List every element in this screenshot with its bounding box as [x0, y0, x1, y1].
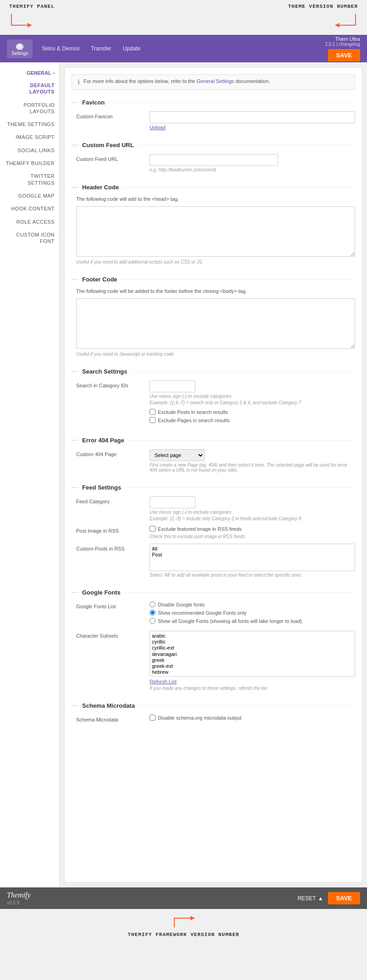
custom-posts-help: Select 'All' to add all available posts … — [150, 573, 355, 578]
footer-code-textarea[interactable] — [76, 298, 355, 349]
exclude-posts-checkbox[interactable] — [150, 409, 156, 415]
error-404-section: Error 404 Page Custom 404 Page Select pa… — [72, 437, 355, 473]
radio-all[interactable] — [150, 618, 156, 624]
footer-logo: Themify — [7, 891, 31, 899]
sidebar-item-hook-content[interactable]: HOOK CONTENT — [0, 202, 59, 215]
schema-checkbox[interactable] — [150, 715, 156, 721]
char-option-cyrillic-ext[interactable]: cyrillic-ext — [152, 645, 353, 651]
feed-url-input[interactable] — [150, 154, 278, 166]
footer-code-row: Useful if you need to Javascript or trac… — [72, 298, 355, 357]
footer-version: v3.5.9 — [7, 900, 31, 905]
search-category-input[interactable] — [150, 380, 195, 392]
error-404-help: First create a new Page (eg. 404) and th… — [150, 462, 355, 473]
main-container: GENERAL › DEFAULT LAYOUTS PORTFOLIO LAYO… — [0, 62, 367, 887]
sidebar-item-twitter-settings[interactable]: TWITTER SETTINGS — [0, 170, 59, 189]
header-save-button[interactable]: SAVE — [328, 49, 360, 61]
error-404-field: Select page First create a new Page (eg.… — [150, 449, 355, 473]
footer-code-help: Useful if you need to Javascript or trac… — [76, 352, 355, 357]
post-image-checkbox[interactable] — [150, 526, 156, 532]
sidebar-item-google-map[interactable]: GOOGLE MAP — [0, 189, 59, 202]
char-subsets-listbox[interactable]: arabic cyrillic cyrillic-ext devanagari … — [150, 631, 355, 677]
feed-help2: Example: (2,-9) = include only Category … — [150, 516, 355, 521]
listbox-option-post[interactable]: Post — [152, 552, 353, 558]
divider — [72, 187, 78, 187]
version-info: Them Ultra 2.0.1 | changelog — [325, 36, 360, 47]
content-area: ℹ For more info about the options below,… — [64, 67, 362, 883]
search-category-row: Search in Category IDs Use minus sign (-… — [72, 380, 355, 425]
feed-url-row: Custom Feed URL e.g. http://feedburner.c… — [72, 154, 355, 172]
header-code-textarea[interactable] — [76, 206, 355, 257]
svg-marker-0 — [28, 23, 32, 28]
header-code-row: Useful if you need to add additional scr… — [72, 206, 355, 264]
char-option-hebrew[interactable]: hebrew — [152, 669, 353, 675]
sidebar-item-theme-settings[interactable]: THEME SETTINGS — [0, 118, 59, 131]
char-option-arabic[interactable]: arabic — [152, 633, 353, 639]
skins-demos-link[interactable]: Skins & Demos — [42, 45, 79, 52]
char-option-cyrillic[interactable]: cyrillic — [152, 639, 353, 645]
search-category-field: Use minus sign (-) to exclude categories… — [150, 380, 355, 425]
settings-tab[interactable]: Settings — [7, 39, 33, 58]
svg-marker-3 — [190, 916, 195, 920]
post-image-rss-row: Post Image in RSS Exclude featured image… — [72, 526, 355, 539]
refresh-help: If you made any changes to these setting… — [150, 686, 355, 691]
char-option-greek-ext[interactable]: greek-ext — [152, 663, 353, 669]
char-option-khmer[interactable]: khmer — [152, 675, 353, 677]
char-option-devanagari[interactable]: devanagari — [152, 651, 353, 657]
sidebar-item-role-access[interactable]: ROLE ACCESS — [0, 215, 59, 228]
sidebar-item-social-links[interactable]: SOCIAL LINKS — [0, 144, 59, 157]
error-404-select[interactable]: Select page — [150, 449, 205, 461]
custom-posts-field: All Post Select 'All' to add all availab… — [150, 544, 355, 578]
schema-microdata-field: Disable schema.org microdata output — [150, 715, 355, 723]
schema-microdata-row: Schema Microdata Disable schema.org micr… — [72, 715, 355, 723]
schema-checkbox-label: Disable schema.org microdata output — [158, 715, 241, 721]
schema-checkbox-row: Disable schema.org microdata output — [150, 715, 355, 721]
feed-category-input[interactable] — [150, 496, 195, 508]
theme-version: 2.0.1 | changelog — [325, 42, 360, 47]
google-fonts-field: Disable Google fonts Show recommended Go… — [150, 601, 355, 626]
chevron-up-icon: ▲ — [318, 895, 323, 902]
radio-disable[interactable] — [150, 601, 156, 607]
refresh-list-link[interactable]: Refresh List — [150, 679, 355, 684]
header-right: Them Ultra 2.0.1 | changelog SAVE — [325, 36, 360, 61]
divider — [72, 371, 78, 372]
header-code-title: Header Code — [72, 184, 355, 191]
upload-link[interactable]: Upload — [150, 125, 355, 130]
google-fonts-label: Google Fonts List — [76, 601, 150, 609]
sidebar-item-custom-icon-font[interactable]: CUSTOM ICON FONT — [0, 228, 59, 248]
footer-code-section: Footer Code The following code will be a… — [72, 276, 355, 357]
feed-help1: Use minus sign (-) to exclude categories — [150, 510, 355, 515]
general-settings-link[interactable]: General Settings — [196, 78, 234, 84]
search-settings-title: Search Settings — [72, 368, 355, 375]
header-left: Settings Skins & Demos Transfer Update — [7, 39, 140, 58]
transfer-link[interactable]: Transfer — [91, 45, 111, 52]
sidebar-item-image-script[interactable]: IMAGE SCRIPT — [0, 131, 59, 143]
sidebar-general-header[interactable]: GENERAL › — [0, 67, 59, 79]
search-settings-section: Search Settings Search in Category IDs U… — [72, 368, 355, 425]
info-icon: ℹ — [78, 78, 80, 86]
header-code-field: Useful if you need to add additional scr… — [76, 206, 355, 264]
section-line — [108, 102, 355, 103]
sidebar-item-portfolio-layouts[interactable]: PORTFOLIO LAYOUTS — [0, 99, 59, 118]
header-nav: Skins & Demos Transfer Update — [42, 45, 140, 52]
reset-button[interactable]: RESET ▲ — [298, 895, 323, 902]
radio-all-row: Show all Google Fonts (showing all fonts… — [150, 618, 355, 624]
section-line — [131, 371, 355, 372]
update-link[interactable]: Update — [122, 45, 140, 52]
footer: Themify v3.5.9 RESET ▲ SAVE — [0, 887, 367, 909]
sidebar-item-default-layouts[interactable]: DEFAULT LAYOUTS — [0, 79, 59, 99]
post-image-help: Check this to exclude post image in RSS … — [150, 534, 355, 539]
listbox-option-all[interactable]: All — [152, 546, 353, 552]
sidebar-item-themify-builder[interactable]: THEMIFY BUILDER — [0, 157, 59, 170]
info-box: ℹ For more info about the options below,… — [72, 74, 355, 90]
custom-posts-label: Custom Posts in RSS — [76, 544, 150, 551]
radio-recommended[interactable] — [150, 610, 156, 616]
char-subsets-label: Character Subsets — [76, 631, 150, 639]
char-option-greek[interactable]: greek — [152, 657, 353, 663]
section-line — [121, 279, 355, 280]
header: Settings Skins & Demos Transfer Update T… — [0, 35, 367, 62]
favicon-title: Favicon — [72, 99, 355, 106]
footer-save-button[interactable]: SAVE — [328, 892, 360, 904]
exclude-pages-checkbox[interactable] — [150, 417, 156, 423]
favicon-input[interactable] — [150, 111, 355, 123]
custom-posts-listbox[interactable]: All Post — [150, 544, 355, 571]
